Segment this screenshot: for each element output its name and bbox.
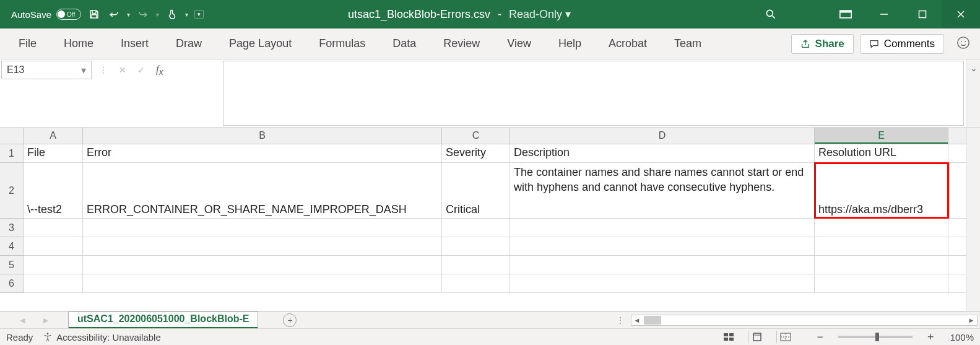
cell-a1[interactable]: File <box>24 144 83 162</box>
horizontal-scrollbar[interactable]: ◄ ► <box>631 315 978 326</box>
cell-e2[interactable]: https://aka.ms/dberr3 <box>815 163 948 218</box>
cell-e6[interactable] <box>815 274 948 292</box>
touch-dropdown-icon[interactable]: ▾ <box>185 11 188 18</box>
cell-e1[interactable]: Resolution URL <box>815 144 948 162</box>
tab-draw[interactable]: Draw <box>162 33 215 54</box>
col-header-a[interactable]: A <box>24 128 83 144</box>
comments-button[interactable]: Comments <box>860 34 944 54</box>
cell-b6[interactable] <box>83 274 442 292</box>
cell-b4[interactable] <box>83 237 442 255</box>
cell-c5[interactable] <box>442 256 510 274</box>
row-header-1[interactable]: 1 <box>0 144 23 163</box>
cell-c2[interactable]: Critical <box>442 163 510 218</box>
sheet-nav-next-icon[interactable]: ► <box>41 315 50 325</box>
tab-view[interactable]: View <box>493 33 545 54</box>
cell-a3[interactable] <box>24 219 83 237</box>
tab-formulas[interactable]: Formulas <box>305 33 379 54</box>
cell-b1[interactable]: Error <box>83 144 442 162</box>
ribbon-display-options-icon[interactable] <box>826 10 865 19</box>
fx-icon[interactable]: fx <box>156 63 163 77</box>
hscroll-thumb[interactable] <box>644 316 661 325</box>
cell-c4[interactable] <box>442 237 510 255</box>
cell-c1[interactable]: Severity <box>442 144 510 162</box>
redo-icon[interactable] <box>136 7 150 21</box>
zoom-out-button[interactable]: − <box>817 331 824 344</box>
search-icon[interactable] <box>715 8 826 20</box>
cell-e4[interactable] <box>815 237 948 255</box>
select-all-corner[interactable] <box>0 128 24 144</box>
accessibility-status[interactable]: Accessibility: Unavailable <box>43 332 160 343</box>
cell-c6[interactable] <box>442 274 510 292</box>
zoom-level[interactable]: 100% <box>950 332 974 343</box>
qat-overflow-icon[interactable]: ▾ <box>194 10 204 19</box>
feedback-icon[interactable] <box>956 36 970 51</box>
cell-a4[interactable] <box>24 237 83 255</box>
tab-insert[interactable]: Insert <box>107 33 162 54</box>
cell-e3[interactable] <box>815 219 948 237</box>
view-page-layout-icon[interactable] <box>748 331 766 343</box>
cell-a2[interactable]: \--test2 <box>24 163 83 218</box>
row-header-3[interactable]: 3 <box>0 219 23 237</box>
close-button[interactable] <box>942 0 980 28</box>
formula-cancel-icon[interactable]: ✕ <box>119 65 126 75</box>
file-status[interactable]: Read-Only ▾ <box>509 7 571 21</box>
hscroll-left-icon[interactable]: ◄ <box>631 317 643 324</box>
undo-dropdown-icon[interactable]: ▾ <box>127 11 130 18</box>
col-header-b[interactable]: B <box>83 128 442 144</box>
cell-d4[interactable] <box>510 237 815 255</box>
cell-a5[interactable] <box>24 256 83 274</box>
minimize-button[interactable] <box>865 0 903 28</box>
zoom-slider[interactable] <box>838 336 913 338</box>
formula-input[interactable] <box>223 61 964 126</box>
view-normal-icon[interactable] <box>719 331 738 343</box>
svg-rect-16 <box>753 333 761 341</box>
view-page-break-icon[interactable] <box>776 331 795 343</box>
row-header-2[interactable]: 2 <box>0 163 23 219</box>
sheet-tab-active[interactable]: utSAC1_202006051000_BlockBlob-E <box>68 312 258 329</box>
cell-d6[interactable] <box>510 274 815 292</box>
cell-d5[interactable] <box>510 256 815 274</box>
col-header-c[interactable]: C <box>442 128 510 144</box>
undo-icon[interactable] <box>107 7 121 21</box>
row-header-5[interactable]: 5 <box>0 256 23 274</box>
cell-e5[interactable] <box>815 256 948 274</box>
namebox-dropdown-icon[interactable]: ▾ <box>81 64 86 76</box>
vertical-scrollbar[interactable] <box>966 128 980 311</box>
zoom-in-button[interactable]: + <box>927 331 934 344</box>
cell-b2[interactable]: ERROR_CONTAINER_OR_SHARE_NAME_IMPROPER_D… <box>83 163 442 218</box>
col-header-e[interactable]: E <box>815 128 948 144</box>
cell-d2[interactable]: The container names and share names cann… <box>510 163 815 218</box>
sheet-nav-prev-icon[interactable]: ◄ <box>18 315 27 325</box>
tab-help[interactable]: Help <box>545 33 595 54</box>
formula-enter-icon[interactable]: ✓ <box>137 65 145 75</box>
cell-a6[interactable] <box>24 274 83 292</box>
row-header-6[interactable]: 6 <box>0 274 23 293</box>
row-header-4[interactable]: 4 <box>0 237 23 256</box>
col-header-d[interactable]: D <box>510 128 815 144</box>
hscroll-right-icon[interactable]: ► <box>966 317 977 324</box>
cell-b3[interactable] <box>83 219 442 237</box>
touch-mode-icon[interactable] <box>165 7 179 21</box>
tab-team[interactable]: Team <box>661 33 715 54</box>
save-icon[interactable] <box>87 7 101 21</box>
tab-acrobat[interactable]: Acrobat <box>595 33 661 54</box>
autosave-state: Off <box>67 11 75 18</box>
cell-d3[interactable] <box>510 219 815 237</box>
tab-file[interactable]: File <box>5 33 50 54</box>
sheet-tab-resize-icon[interactable]: ⋮ <box>616 315 625 325</box>
cell-b5[interactable] <box>83 256 442 274</box>
autosave-switch[interactable]: Off <box>56 9 81 20</box>
tab-review[interactable]: Review <box>430 33 493 54</box>
tab-data[interactable]: Data <box>379 33 430 54</box>
formula-bar-expand-icon[interactable]: ⌄ <box>966 59 980 127</box>
share-button[interactable]: Share <box>791 34 854 54</box>
maximize-button[interactable] <box>903 0 942 28</box>
name-box[interactable]: E13 ▾ <box>1 61 92 79</box>
redo-dropdown-icon[interactable]: ▾ <box>156 11 159 18</box>
cell-c3[interactable] <box>442 219 510 237</box>
new-sheet-button[interactable]: + <box>283 313 297 327</box>
tab-home[interactable]: Home <box>50 33 107 54</box>
tab-page-layout[interactable]: Page Layout <box>215 33 305 54</box>
cell-d1[interactable]: Description <box>510 144 815 162</box>
autosave-toggle[interactable]: AutoSave Off <box>11 9 81 20</box>
